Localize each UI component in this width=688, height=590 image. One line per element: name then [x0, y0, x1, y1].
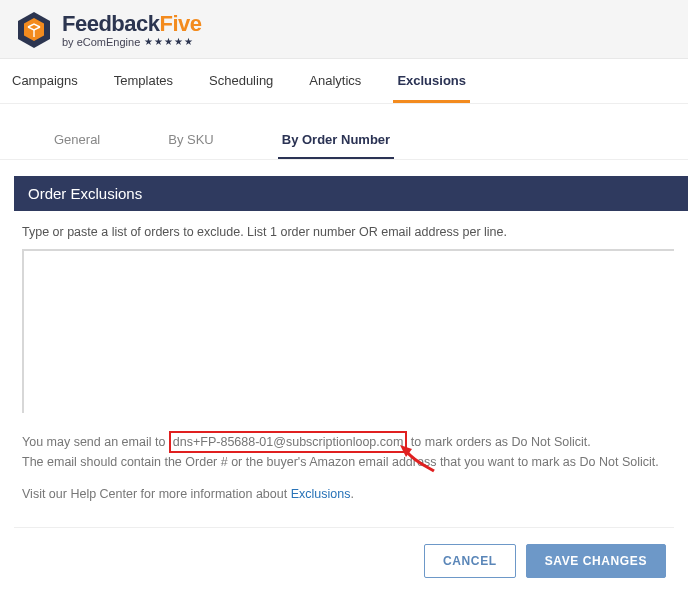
hint-line-2: The email should contain the Order # or … — [22, 453, 674, 471]
tab-by-sku[interactable]: By SKU — [164, 126, 218, 159]
brand-byline: by eComEngine — [62, 37, 140, 48]
help-post: . — [350, 487, 353, 501]
nav-analytics[interactable]: Analytics — [305, 59, 365, 103]
header-bar: FeedbackFive by eComEngine ★★★★★ — [0, 0, 688, 59]
nav-scheduling[interactable]: Scheduling — [205, 59, 277, 103]
orders-textarea[interactable] — [28, 255, 670, 409]
logo-block: FeedbackFive by eComEngine ★★★★★ — [14, 10, 674, 50]
help-link[interactable]: Exclusions — [291, 487, 351, 501]
section-title: Order Exclusions — [14, 176, 688, 211]
main-nav: Campaigns Templates Scheduling Analytics… — [0, 59, 688, 104]
instruction-text: Type or paste a list of orders to exclud… — [22, 225, 674, 239]
brand-stars: ★★★★★ — [144, 37, 194, 47]
nav-exclusions[interactable]: Exclusions — [393, 59, 470, 103]
brand-name-dark: Feedback — [62, 11, 160, 36]
hint-post: to mark orders as Do Not Solicit. — [407, 435, 590, 449]
save-button[interactable]: SAVE CHANGES — [526, 544, 666, 578]
brand-name-orange: Five — [160, 11, 202, 36]
highlighted-email: dns+FP-85688-01@subscriptionloop.com — [169, 431, 408, 453]
logo-icon — [14, 10, 54, 50]
tab-general[interactable]: General — [50, 126, 104, 159]
nav-templates[interactable]: Templates — [110, 59, 177, 103]
textarea-wrapper — [22, 249, 674, 413]
tab-by-order-number[interactable]: By Order Number — [278, 126, 394, 159]
nav-campaigns[interactable]: Campaigns — [8, 59, 82, 103]
cancel-button[interactable]: CANCEL — [424, 544, 516, 578]
brand-text: FeedbackFive by eComEngine ★★★★★ — [62, 13, 202, 48]
button-row: CANCEL SAVE CHANGES — [0, 528, 688, 590]
help-pre: Visit our Help Center for more informati… — [22, 487, 291, 501]
help-line: Visit our Help Center for more informati… — [22, 485, 674, 503]
sub-tabs: General By SKU By Order Number — [0, 104, 688, 160]
content-area: Type or paste a list of orders to exclud… — [0, 211, 688, 509]
hint-pre: You may send an email to — [22, 435, 169, 449]
hint-line-1: You may send an email to dns+FP-85688-01… — [22, 431, 674, 453]
hint-block: You may send an email to dns+FP-85688-01… — [22, 431, 674, 503]
